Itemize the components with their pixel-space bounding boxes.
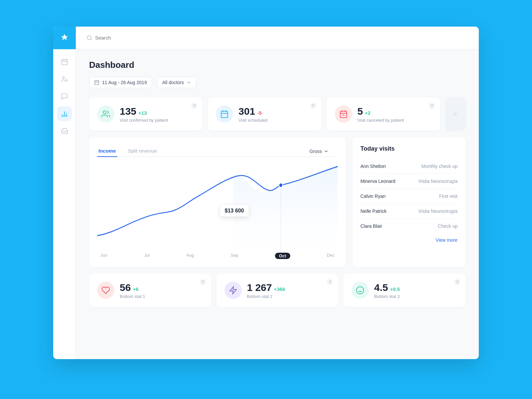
stat-label-confirmed: Visit confirmed by patient — [120, 118, 168, 123]
visit-type: Check up — [438, 223, 458, 229]
stat-number-confirmed: 135 +13 — [120, 106, 168, 117]
header — [76, 27, 479, 49]
stat-label-scheduled: Visit scheduled — [238, 118, 267, 123]
x-label-oct[interactable]: Oct — [275, 253, 290, 259]
search-input[interactable] — [95, 35, 162, 41]
svg-point-28 — [279, 183, 283, 188]
stat-info-confirmed: 135 +13 Visit confirmed by patient — [120, 106, 168, 123]
patient-name: Minerva Leonard — [360, 179, 395, 184]
stat-delta-b1: +6 — [133, 286, 138, 292]
stat-help-canceled[interactable]: ? — [429, 103, 435, 109]
stat-info-b3: 4.5 +0.5 Bottom stat 3 — [374, 282, 400, 299]
svg-rect-0 — [62, 60, 67, 65]
logo-icon — [60, 33, 69, 43]
sidebar-item-calendar[interactable] — [57, 55, 72, 69]
stats-row: ? 135 +13 Visit — [89, 97, 466, 131]
patient-name: Calvin Ryan — [360, 194, 385, 199]
visit-type: Monthly check up — [421, 164, 458, 169]
stat-icon-scheduled — [216, 105, 233, 123]
search-icon — [86, 35, 92, 41]
list-item[interactable]: Clara Blair Check up — [360, 219, 458, 233]
stat-icon-b1 — [97, 282, 114, 299]
svg-point-25 — [455, 113, 456, 114]
sidebar-item-users[interactable] — [57, 72, 72, 86]
stat-label-canceled: Visit canceled by patient — [357, 118, 404, 123]
patient-name: Nelle Patrick — [360, 208, 387, 214]
svg-marker-30 — [230, 287, 236, 294]
stat-card-ghost[interactable] — [446, 97, 466, 131]
sidebar-item-inbox[interactable] — [57, 124, 72, 138]
x-label-jul: Jul — [144, 253, 150, 259]
stat-delta-b2: +366 — [274, 286, 285, 292]
stat-icon-b3 — [351, 282, 369, 299]
list-item[interactable]: Nelle Patrick Visita Neurocirugía — [360, 204, 458, 219]
bottom-stats-row: ? 56 +6 Bottom stat 1 — [89, 274, 466, 307]
calendar-icon — [94, 80, 99, 85]
income-tabs: Income Split revenue Gross — [97, 145, 338, 157]
gross-chevron-icon — [324, 149, 329, 154]
svg-point-4 — [63, 77, 65, 79]
tab-split-revenue[interactable]: Split revenue — [127, 145, 159, 157]
x-label-aug: Aug — [186, 253, 194, 259]
svg-point-31 — [356, 287, 364, 294]
stat-number-b2: 1 267 +366 — [247, 282, 285, 293]
page-title: Dashboard — [89, 60, 466, 70]
stat-info-b2: 1 267 +366 Bottom stat 2 — [247, 282, 285, 299]
list-item[interactable]: Minerva Leonard Visita Neurocirugía — [360, 174, 458, 189]
svg-point-15 — [103, 111, 106, 114]
stat-help-b3[interactable]: ? — [454, 279, 460, 285]
patient-name: Ann Shelton — [360, 164, 386, 169]
doctor-filter-label: All doctors — [162, 80, 184, 85]
x-label-sep: Sep — [231, 253, 238, 259]
main-content: Dashboard 11 Aug - 26 Aug 2019 All docto… — [76, 27, 479, 359]
sidebar-item-chart[interactable] — [57, 106, 72, 121]
svg-rect-20 — [340, 111, 347, 118]
stat-info-b1: 56 +6 Bottom stat 1 — [120, 282, 145, 299]
stat-icon-canceled — [335, 105, 352, 123]
view-more-link[interactable]: View more — [360, 237, 458, 243]
stat-help-b1[interactable]: ? — [200, 279, 206, 285]
visit-type: Visita Neurocirugía — [418, 208, 458, 214]
tab-income[interactable]: Income — [97, 145, 117, 157]
stat-card-bottom-2: ? 1 267 +366 Bottom stat 2 — [216, 274, 338, 307]
stat-delta-scheduled: -5 — [257, 110, 261, 116]
list-item[interactable]: Calvin Ryan First visit — [360, 189, 458, 204]
svg-rect-11 — [95, 81, 99, 85]
stat-card-bottom-3: ? 4.5 +0.5 Bott — [343, 274, 466, 307]
doctor-filter[interactable]: All doctors — [157, 77, 196, 88]
stat-number-b3: 4.5 +0.5 — [374, 282, 400, 293]
date-filter[interactable]: 11 Aug - 26 Aug 2019 — [89, 77, 152, 88]
income-chart-svg — [97, 164, 338, 250]
chevron-down-icon — [187, 80, 191, 85]
stat-card-bottom-1: ? 56 +6 Bottom stat 1 — [89, 274, 211, 307]
lower-section: Income Split revenue Gross — [89, 137, 466, 267]
gross-selector[interactable]: Gross — [310, 146, 329, 157]
stat-card-scheduled: ? 301 -5 Visit — [208, 97, 321, 131]
stat-number-b1: 56 +6 — [120, 282, 145, 293]
stat-info-canceled: 5 +2 Visit canceled by patient — [357, 106, 404, 123]
sidebar — [53, 27, 76, 359]
stat-label-b3: Bottom stat 3 — [374, 294, 400, 299]
date-range-label: 11 Aug - 26 Aug 2019 — [102, 80, 147, 85]
stat-icon-b2 — [224, 282, 242, 299]
stat-label-b2: Bottom stat 2 — [247, 294, 285, 299]
today-card: Today visits Ann Shelton Monthly check u… — [352, 137, 466, 267]
list-item[interactable]: Ann Shelton Monthly check up — [360, 159, 458, 174]
svg-line-10 — [90, 39, 91, 40]
stat-label-b1: Bottom stat 1 — [120, 294, 145, 299]
stat-help-b2[interactable]: ? — [327, 279, 333, 285]
patient-name: Clara Blair — [360, 223, 382, 229]
x-label-dec: Dec — [327, 253, 334, 259]
chart-tooltip: $13 600 — [220, 205, 249, 216]
stat-help-confirmed[interactable]: ? — [191, 103, 197, 109]
stat-info-scheduled: 301 -5 Visit scheduled — [238, 106, 267, 123]
sidebar-item-chat[interactable] — [57, 89, 72, 104]
income-card: Income Split revenue Gross — [89, 137, 346, 267]
x-label-jun: Jun — [100, 253, 107, 259]
stat-icon-confirmed — [97, 105, 114, 123]
app-wrapper: Dashboard 11 Aug - 26 Aug 2019 All docto… — [53, 27, 479, 359]
stat-help-scheduled[interactable]: ? — [310, 103, 316, 109]
stat-number-canceled: 5 +2 — [357, 106, 404, 117]
chart-x-labels: Jun Jul Aug Sep Oct Dec — [97, 253, 338, 259]
content-area: Dashboard 11 Aug - 26 Aug 2019 All docto… — [76, 49, 479, 359]
